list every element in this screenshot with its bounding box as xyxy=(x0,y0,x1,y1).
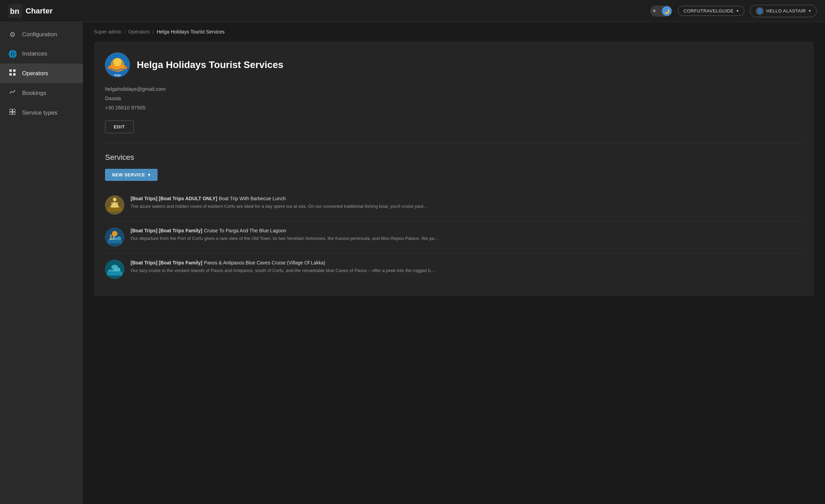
svg-rect-9 xyxy=(13,109,15,112)
tenant-dropdown[interactable]: CORFUTRAVELGUIDE ▾ xyxy=(678,6,745,16)
service-tags: [Boat Trips] [Boat Trips Family] xyxy=(131,260,202,265)
operator-header: Helga Helga Holidays Tourist Services xyxy=(105,52,803,77)
svg-point-20 xyxy=(113,198,116,201)
svg-point-23 xyxy=(112,231,117,236)
service-description: Our departure from the Port of Corfu giv… xyxy=(131,235,803,242)
service-item[interactable]: [Boat Trips] [Boat Trips ADULT ONLY] Boa… xyxy=(105,189,803,221)
breadcrumb-operators[interactable]: Operators xyxy=(128,29,150,35)
breadcrumb-separator: / xyxy=(153,29,154,35)
svg-rect-4 xyxy=(9,73,12,76)
service-tags: [Boat Trips] [Boat Trips Family] xyxy=(131,228,202,233)
service-list: [Boat Trips] [Boat Trips ADULT ONLY] Boa… xyxy=(105,189,803,285)
service-thumbnail xyxy=(105,227,124,247)
breadcrumb-super-admin[interactable]: Super admin xyxy=(94,29,121,35)
operator-phone: +30 26610 97505 xyxy=(105,103,803,112)
service-info: [Boat Trips] [Boat Trips Family] Cruise … xyxy=(131,227,803,242)
svg-rect-3 xyxy=(13,69,16,72)
svg-rect-25 xyxy=(113,236,114,240)
svg-point-15 xyxy=(113,58,122,66)
sidebar-item-operators[interactable]: Operators xyxy=(0,64,83,83)
svg-text:bn: bn xyxy=(10,7,19,16)
sidebar-item-configuration[interactable]: ⚙ Configuration xyxy=(0,25,83,44)
svg-rect-10 xyxy=(10,112,12,115)
chevron-down-icon: ▾ xyxy=(737,9,739,13)
sidebar: ⚙ Configuration 🌐 Instances Operators xyxy=(0,22,83,504)
svg-point-28 xyxy=(111,265,118,270)
operator-info: helgaholidays@gmail.com Dassia +30 26610… xyxy=(105,84,803,112)
service-info: [Boat Trips] [Boat Trips ADULT ONLY] Boa… xyxy=(131,195,803,210)
service-description: The azure waters and hidden coves of eas… xyxy=(131,203,803,210)
service-description: Our lazy cruise to the verdant islands o… xyxy=(131,267,803,274)
plus-icon xyxy=(8,108,17,117)
topbar: bn Charter ☀ 🌙 CORFUTRAVELGUIDE ▾ 👤 HELL… xyxy=(0,0,825,22)
grid-icon xyxy=(8,69,17,78)
breadcrumb: Super admin / Operators / Helga Holidays… xyxy=(83,22,825,41)
service-item[interactable]: [Boat Trips] [Boat Trips Family] Cruise … xyxy=(105,221,803,253)
svg-rect-11 xyxy=(13,112,15,115)
service-info: [Boat Trips] [Boat Trips Family] Paxos &… xyxy=(131,260,803,274)
gear-icon: ⚙ xyxy=(8,30,17,39)
service-thumbnail xyxy=(105,260,124,279)
main-layout: ⚙ Configuration 🌐 Instances Operators xyxy=(0,22,825,504)
svg-rect-24 xyxy=(110,234,112,240)
user-dropdown[interactable]: 👤 HELLO ALASTAIR ▾ xyxy=(750,5,817,17)
new-service-button[interactable]: NEW SERVICE ▾ xyxy=(105,169,158,181)
chevron-down-icon: ▾ xyxy=(809,9,811,13)
operator-email: helgaholidays@gmail.com xyxy=(105,84,803,94)
services-title: Services xyxy=(105,153,803,162)
logo-icon: bn xyxy=(8,4,22,18)
theme-toggle[interactable]: ☀ 🌙 xyxy=(650,6,672,17)
svg-text:Helga: Helga xyxy=(114,74,121,77)
service-name: Boat Trip With Barbecue Lunch xyxy=(219,196,286,201)
chart-icon xyxy=(8,89,17,97)
svg-rect-8 xyxy=(10,109,12,112)
sidebar-item-service-types[interactable]: Service types xyxy=(0,103,83,123)
sidebar-item-instances[interactable]: 🌐 Instances xyxy=(0,44,83,64)
svg-rect-2 xyxy=(9,69,12,72)
main-content: Super admin / Operators / Helga Holidays… xyxy=(83,22,825,504)
service-name: Cruise To Parga And The Blue Lagoon xyxy=(204,228,286,233)
operator-name: Helga Holidays Tourist Services xyxy=(137,59,283,70)
service-item[interactable]: [Boat Trips] [Boat Trips Family] Paxos &… xyxy=(105,253,803,285)
svg-rect-27 xyxy=(107,271,122,275)
globe-icon: 🌐 xyxy=(8,50,17,58)
breadcrumb-separator: / xyxy=(124,29,125,35)
app-logo: bn Charter xyxy=(8,4,650,18)
service-name: Paxos & Antipaxos Blue Caves Cruise (Vil… xyxy=(204,260,325,265)
sidebar-item-bookings[interactable]: Bookings xyxy=(0,83,83,103)
services-section: Services NEW SERVICE ▾ xyxy=(105,153,803,285)
operator-card: Helga Helga Holidays Tourist Services he… xyxy=(94,41,814,296)
service-tags: [Boat Trips] [Boat Trips ADULT ONLY] xyxy=(131,196,217,201)
svg-rect-22 xyxy=(108,240,122,243)
operator-avatar: Helga xyxy=(105,52,130,77)
moon-icon: 🌙 xyxy=(662,6,672,16)
user-avatar-icon: 👤 xyxy=(756,7,764,15)
svg-rect-5 xyxy=(13,73,16,76)
operator-location: Dassia xyxy=(105,94,803,103)
divider xyxy=(105,143,803,143)
breadcrumb-current: Helga Holidays Tourist Services xyxy=(157,29,225,35)
service-thumbnail xyxy=(105,195,124,215)
chevron-down-icon: ▾ xyxy=(148,172,151,177)
topbar-right: ☀ 🌙 CORFUTRAVELGUIDE ▾ 👤 HELLO ALASTAIR … xyxy=(650,5,817,17)
sun-icon: ☀ xyxy=(652,8,656,13)
app-title: Charter xyxy=(26,7,53,16)
edit-button[interactable]: EDIT xyxy=(105,120,134,133)
